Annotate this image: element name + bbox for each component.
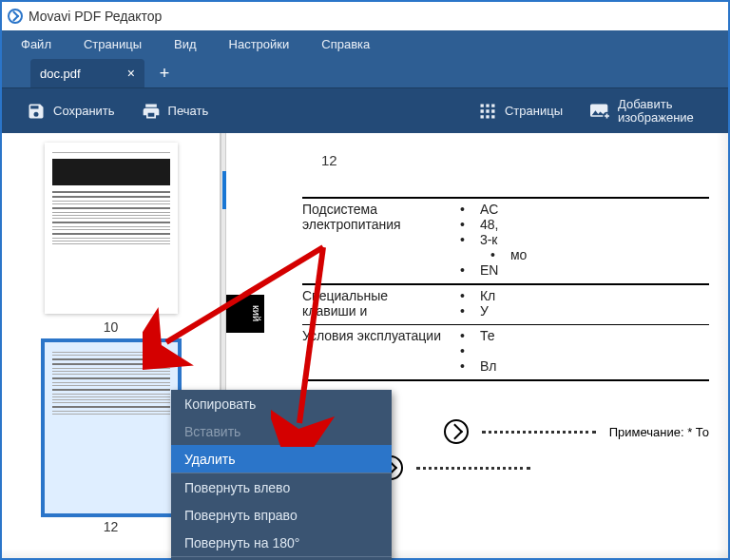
print-icon [142, 102, 161, 121]
thumb-10-number: 10 [104, 319, 119, 335]
window-title: Movavi PDF Редактор [29, 9, 162, 24]
add-image-label: Добавить изображение [618, 98, 703, 125]
row-label: Условия эксплуатации [302, 328, 445, 374]
tab-strip: doc.pdf × + [2, 57, 728, 87]
add-image-button[interactable]: Добавить изображение [576, 88, 717, 134]
note-text: Примечание: * То [609, 425, 709, 439]
ctx-rotate-left[interactable]: Повернуть влево [171, 473, 392, 501]
thumb-10-wrap[interactable]: 10 [45, 143, 178, 335]
print-label: Печать [168, 104, 209, 118]
thumb-page-12-selected[interactable] [45, 342, 178, 513]
context-menu: Копировать Вставить Удалить Повернуть вл… [171, 390, 392, 560]
ctx-delete[interactable]: Удалить [171, 445, 392, 473]
tab-close-icon[interactable]: × [127, 66, 135, 81]
compass-icon [444, 419, 469, 444]
toolbar: Сохранить Печать Страницы Добавить изобр… [2, 87, 728, 133]
ctx-rotate-180[interactable]: Повернуть на 180° [171, 529, 392, 556]
new-tab-button[interactable]: + [150, 59, 179, 87]
page-number: 12 [264, 152, 709, 168]
table-row: Специальные клавиши и Кл У [302, 285, 709, 325]
row-label: Специальные клавиши и [302, 288, 445, 319]
thumb-12-number: 12 [104, 519, 119, 534]
menu-bar: Файл Страницы Вид Настройки Справка [2, 30, 728, 57]
menu-pages[interactable]: Страницы [74, 30, 164, 57]
ctx-copy[interactable]: Копировать [171, 390, 392, 417]
add-image-icon [589, 102, 610, 121]
title-bar: Movavi PDF Редактор [2, 2, 728, 30]
grid-icon [478, 102, 497, 121]
row-label: Подсистема электропитания [302, 202, 445, 278]
save-icon [27, 102, 46, 121]
row-values: Те Вл [445, 328, 709, 374]
spec-table: Подсистема электропитания AC 48, 3-к мо … [302, 197, 709, 381]
thumb-page-10[interactable] [45, 143, 178, 314]
table-row: Условия эксплуатации Те Вл [302, 325, 709, 381]
page-sideband: кий [226, 295, 264, 333]
save-label: Сохранить [53, 104, 115, 118]
menu-settings[interactable]: Настройки [220, 30, 313, 57]
table-row: Подсистема электропитания AC 48, 3-к мо … [302, 199, 709, 285]
save-button[interactable]: Сохранить [13, 88, 128, 134]
pages-button[interactable]: Страницы [465, 88, 576, 134]
tab-doc-pdf[interactable]: doc.pdf × [30, 59, 144, 87]
ctx-paste: Вставить [171, 417, 392, 445]
ctx-rotate-right[interactable]: Повернуть вправо [171, 501, 392, 529]
row-values: Кл У [445, 288, 709, 319]
app-logo-icon [8, 9, 23, 24]
print-button[interactable]: Печать [128, 88, 222, 134]
thumb-12-wrap[interactable]: 12 [45, 342, 178, 534]
menu-help[interactable]: Справка [312, 30, 393, 57]
menu-view[interactable]: Вид [164, 30, 220, 57]
row-values: AC 48, 3-к мо EN [445, 202, 709, 278]
menu-file[interactable]: Файл [11, 30, 74, 57]
tab-label: doc.pdf [40, 67, 81, 81]
pages-label: Страницы [505, 104, 563, 118]
